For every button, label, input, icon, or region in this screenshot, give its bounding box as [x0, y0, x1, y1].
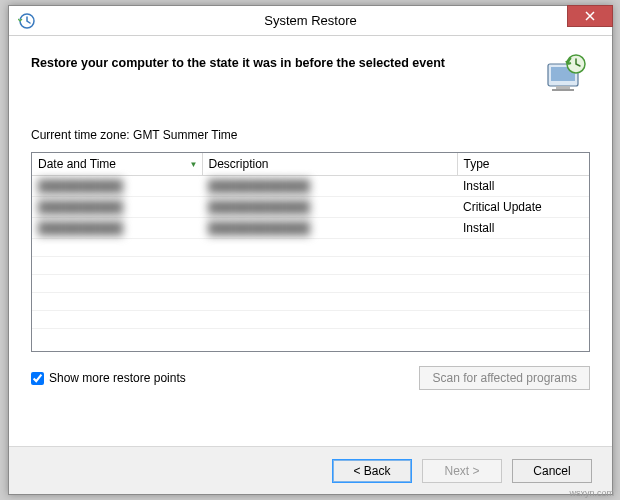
cancel-button[interactable]: Cancel	[512, 459, 592, 483]
svg-rect-4	[552, 89, 574, 91]
system-restore-window: System Restore Restore your computer to …	[8, 5, 613, 495]
cell-description: ████████████	[208, 221, 310, 235]
svg-rect-3	[556, 86, 570, 89]
column-header-description[interactable]: Description	[202, 153, 457, 176]
column-header-type[interactable]: Type	[457, 153, 589, 176]
table-row[interactable]: ██████████ ████████████ Install	[32, 218, 589, 239]
system-restore-icon	[15, 9, 39, 33]
titlebar: System Restore	[9, 6, 612, 36]
cell-description: ████████████	[208, 200, 310, 214]
cell-date: ██████████	[38, 200, 123, 214]
cell-date: ██████████	[38, 221, 123, 235]
cell-date: ██████████	[38, 179, 123, 193]
window-title: System Restore	[9, 13, 612, 28]
table-row[interactable]	[32, 257, 589, 275]
cell-type: Critical Update	[457, 197, 589, 218]
page-heading: Restore your computer to the state it wa…	[31, 50, 532, 70]
back-button[interactable]: < Back	[332, 459, 412, 483]
table-row[interactable]	[32, 239, 589, 257]
show-more-checkbox-row[interactable]: Show more restore points	[31, 371, 186, 385]
dialog-body: Restore your computer to the state it wa…	[9, 36, 612, 400]
timezone-label: Current time zone: GMT Summer Time	[31, 128, 590, 142]
restore-monitor-icon	[542, 50, 590, 98]
column-header-date[interactable]: Date and Time ▼	[32, 153, 202, 176]
table-row[interactable]	[32, 293, 589, 311]
table-row[interactable]	[32, 311, 589, 329]
column-header-date-label: Date and Time	[38, 157, 116, 171]
scan-affected-button[interactable]: Scan for affected programs	[419, 366, 590, 390]
dialog-footer: < Back Next > Cancel	[9, 446, 612, 494]
table-row[interactable]: ██████████ ████████████ Critical Update	[32, 197, 589, 218]
show-more-checkbox[interactable]	[31, 372, 44, 385]
sort-indicator-icon: ▼	[190, 160, 198, 169]
restore-points-table[interactable]: Date and Time ▼ Description Type ███████…	[31, 152, 590, 352]
cell-description: ████████████	[208, 179, 310, 193]
table-row[interactable]	[32, 275, 589, 293]
cell-type: Install	[457, 176, 589, 197]
watermark: wsxyn.com	[569, 488, 614, 498]
close-button[interactable]	[567, 5, 613, 27]
table-row[interactable]: ██████████ ████████████ Install	[32, 176, 589, 197]
next-button[interactable]: Next >	[422, 459, 502, 483]
cell-type: Install	[457, 218, 589, 239]
show-more-label: Show more restore points	[49, 371, 186, 385]
